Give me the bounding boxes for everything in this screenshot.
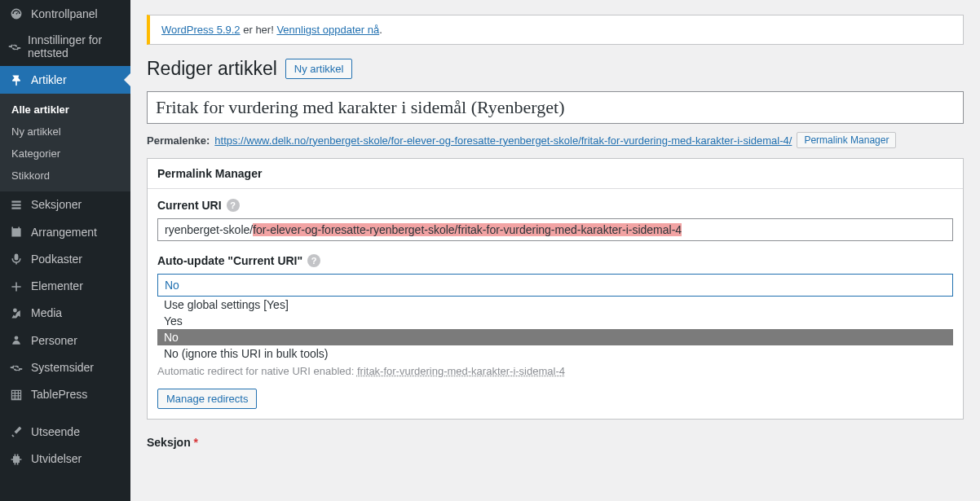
permalink-label: Permalenke: [147,134,210,147]
main-content: WordPress 5.9.2 er her! Vennligst oppdat… [130,0,980,501]
wp-version-link[interactable]: WordPress 5.9.2 [161,24,241,36]
update-now-link[interactable]: Vennligst oppdater nå [276,24,379,36]
admin-sidebar: Kontrollpanel Innstillinger for nettsted… [0,0,130,501]
permalink-url-link[interactable]: https://www.delk.no/ryenberget-skole/for… [214,134,792,147]
sidebar-item-utseende[interactable]: Utseende [0,418,130,445]
update-notice: WordPress 5.9.2 er her! Vennligst oppdat… [147,15,964,45]
sidebar-item-media[interactable]: Media [0,300,130,327]
media-icon [8,306,24,320]
native-uri-link[interactable]: fritak-for-vurdering-med-karakter-i-side… [357,365,565,377]
dropdown-option-no-ignore[interactable]: No (ignore this URI in bulk tools) [157,345,953,362]
help-icon[interactable]: ? [227,199,240,212]
sidebar-item-podkaster[interactable]: Podkaster [0,245,130,272]
submenu-item-alle-artikler[interactable]: Alle artikler [0,99,130,121]
dropdown-option-global[interactable]: Use global settings [Yes] [157,297,953,313]
plugin-icon [8,451,24,465]
sidebar-item-tablepress[interactable]: TablePress [0,381,130,408]
auto-update-dropdown: Use global settings [Yes] Yes No No (ign… [157,297,953,362]
gear-icon [8,360,24,374]
submenu-item-stikkord[interactable]: Stikkord [0,165,130,187]
sidebar-item-label: Personer [31,334,77,347]
brush-icon [8,424,24,438]
sidebar-item-elementer[interactable]: Elementer [0,272,130,299]
mic-icon [8,252,24,266]
sidebar-item-label: Podkaster [31,253,82,266]
sidebar-item-personer[interactable]: Personer [0,327,130,354]
panel-title: Permalink Manager [148,159,963,189]
add-new-button[interactable]: Ny artikkel [285,59,353,79]
permalink-manager-button[interactable]: Permalink Manager [797,132,896,148]
select-current-value: No [158,275,952,296]
sidebar-item-systemsider[interactable]: Systemsider [0,354,130,380]
person-icon [8,333,24,347]
redirect-info: Automatic redirect for native URI enable… [157,365,953,377]
plus-icon [8,279,24,292]
sidebar-item-label: Kontrollpanel [31,7,98,20]
sidebar-item-utvidelser[interactable]: Utvidelser [0,445,130,472]
pin-icon [8,73,24,86]
auto-update-label: Auto-update "Current URI" ? [157,254,953,267]
calendar-icon [8,225,24,239]
sidebar-item-arrangement[interactable]: Arrangement [0,218,130,245]
post-title-input[interactable] [147,91,964,124]
submenu-item-ny-artikkel[interactable]: Ny artikkel [0,121,130,143]
sidebar-item-label: Innstillinger for nettsted [28,33,122,59]
submenu-item-kategorier[interactable]: Kategorier [0,143,130,165]
permalink-manager-panel: Permalink Manager Current URI ? ryenberg… [147,158,964,420]
gauge-icon [8,7,24,20]
sidebar-item-label: Elementer [31,279,83,292]
current-uri-highlight: for-elever-og-foresatte-ryenberget-skole… [253,223,682,236]
auto-update-select[interactable]: No [157,274,953,297]
sidebar-item-label: Seksjoner [31,198,82,211]
sidebar-item-label: Utseende [31,425,80,438]
sidebar-item-kontrollpanel[interactable]: Kontrollpanel [0,0,130,27]
help-icon[interactable]: ? [307,254,320,267]
sidebar-item-label: Arrangement [31,226,97,239]
manage-redirects-button[interactable]: Manage redirects [157,389,257,409]
sidebar-item-label: Media [31,306,62,319]
sidebar-item-label: Artikler [31,73,67,86]
layers-icon [8,198,24,212]
sidebar-item-artikler[interactable]: Artikler [0,66,130,93]
current-uri-label: Current URI ? [157,199,953,212]
sidebar-item-label: Systemsider [31,361,94,374]
gear-icon [8,40,21,54]
current-uri-input[interactable]: ryenberget-skole/for-elever-og-foresatte… [157,218,953,241]
sidebar-item-seksjoner[interactable]: Seksjoner [0,191,130,218]
sidebar-item-label: Utvidelser [31,452,82,465]
dropdown-option-yes[interactable]: Yes [157,313,953,329]
sidebar-submenu: Alle artikler Ny artikkel Kategorier Sti… [0,94,130,191]
sidebar-item-innstillinger[interactable]: Innstillinger for nettsted [0,27,130,66]
page-title: Rediger artikkel [147,58,277,80]
section-label: Seksjon * [147,436,964,449]
required-asterisk: * [194,436,198,449]
dropdown-option-no[interactable]: No [157,329,953,345]
sidebar-item-label: TablePress [31,388,87,401]
table-icon [8,388,24,402]
